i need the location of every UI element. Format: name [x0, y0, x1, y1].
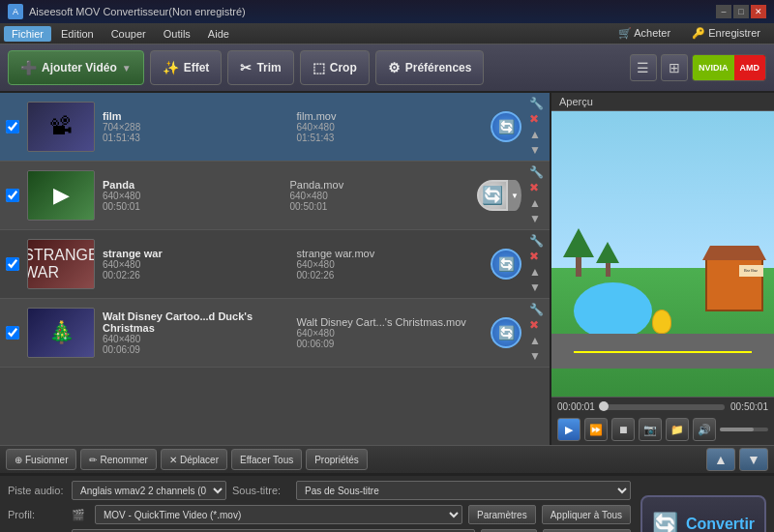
- file-thumbnail: STRANGE WAR: [27, 239, 95, 289]
- file-checkbox[interactable]: [6, 257, 19, 271]
- progress-handle[interactable]: [599, 401, 609, 411]
- convert-spin-button[interactable]: 🔄: [491, 249, 521, 280]
- arrow-down-icon[interactable]: ▼: [529, 143, 544, 157]
- merge-icon: ⊕: [15, 455, 22, 465]
- delete-icon[interactable]: ✖: [529, 318, 544, 332]
- convertir-button[interactable]: 🔄 Convertir: [640, 495, 766, 532]
- file-name: Walt Disney Cartoo...d Duck's Christmas: [103, 310, 289, 334]
- add-icon: ➕: [20, 60, 37, 75]
- file-name: film: [103, 110, 289, 122]
- delete-icon[interactable]: ✖: [529, 112, 544, 126]
- progress-bar[interactable]: [601, 404, 725, 410]
- rename-icon: ✏: [89, 455, 97, 465]
- piste-audio-select[interactable]: Anglais wmav2 2 channels (0:: [72, 481, 226, 500]
- delete-icon[interactable]: ✖: [529, 181, 544, 194]
- profil-label: Profil:: [8, 509, 66, 520]
- menu-couper[interactable]: Couper: [104, 26, 154, 42]
- add-video-button[interactable]: ➕ Ajouter Vidéo ▼: [8, 50, 144, 85]
- main-area: 📽 film 704×28801:51:43 film.mov 640×4800…: [0, 93, 774, 445]
- menu-bar: Fichier Edition Couper Outils Aide 🛒 🛒 A…: [0, 23, 774, 44]
- menu-edition[interactable]: Edition: [53, 26, 102, 42]
- move-down-button[interactable]: ▼: [739, 448, 768, 471]
- convert-dropdown-button[interactable]: ▼: [508, 180, 521, 211]
- arrow-down-icon[interactable]: ▼: [529, 212, 544, 225]
- toolbar: ➕ Ajouter Vidéo ▼ ✨ Effet ✂ Trim ⬚ Crop …: [0, 44, 774, 93]
- preferences-button[interactable]: ⚙ Préférences: [375, 50, 485, 85]
- file-thumbnail: 🎄: [27, 308, 95, 358]
- gpu-badge: NVIDIA AMD: [692, 54, 766, 81]
- parametres-button[interactable]: Paramètres: [468, 505, 536, 524]
- file-checkbox[interactable]: [6, 120, 19, 133]
- profil-select[interactable]: MOV - QuickTime Video (*.mov): [95, 505, 462, 524]
- output-name: film.mov: [297, 110, 484, 122]
- table-row[interactable]: STRANGE WAR strange war 640×48000:02:26 …: [0, 230, 550, 299]
- move-up-button[interactable]: ▲: [706, 448, 735, 471]
- fast-forward-button[interactable]: ⏩: [584, 418, 608, 441]
- arrow-up-icon[interactable]: ▲: [529, 128, 544, 141]
- menu-aide[interactable]: Aide: [200, 26, 237, 42]
- renommer-button[interactable]: ✏ Renommer: [80, 449, 156, 470]
- appliquer-a-tous-button[interactable]: Appliquer à Tous: [542, 505, 631, 524]
- stop-button[interactable]: ⏹: [611, 418, 635, 441]
- scissors-icon: ✂: [240, 60, 252, 75]
- file-thumbnail: ▶: [27, 170, 95, 221]
- move-icon: ✕: [169, 455, 177, 465]
- table-row[interactable]: ▶ Panda 640×48000:50:01 Panda.mov 640×48…: [0, 162, 550, 230]
- convert-spin-button[interactable]: 🔄: [491, 317, 521, 348]
- play-button[interactable]: ▶: [557, 418, 580, 441]
- arrow-down-icon[interactable]: ▼: [529, 349, 544, 363]
- convert-spin-button[interactable]: 🔄: [491, 111, 521, 142]
- piste-audio-label: Piste audio:: [8, 485, 66, 496]
- effacer-tous-button[interactable]: Effacer Tous: [231, 449, 302, 470]
- convert-choose-button[interactable]: 🔄: [477, 180, 508, 211]
- profile-icon: 🎬: [72, 509, 85, 521]
- minimize-button[interactable]: –: [716, 5, 731, 18]
- title-bar: A Aiseesoft MOV Convertisseur(Non enregi…: [0, 0, 774, 23]
- arrow-down-icon[interactable]: ▼: [529, 281, 544, 294]
- proprietes-button[interactable]: Propriétés: [306, 449, 368, 470]
- sous-titre-select[interactable]: Pas de Sous-titre: [296, 481, 631, 500]
- settings-icon[interactable]: 🔧: [529, 165, 544, 179]
- table-row[interactable]: 🎄 Walt Disney Cartoo...d Duck's Christma…: [0, 299, 550, 368]
- settings-icon[interactable]: 🔧: [529, 303, 544, 316]
- view-grid-button[interactable]: ⊞: [661, 54, 688, 81]
- arrow-up-icon[interactable]: ▲: [529, 265, 544, 279]
- menu-outils[interactable]: Outils: [156, 26, 198, 42]
- file-checkbox[interactable]: [6, 326, 19, 340]
- preview-controls: 00:00:01 00:50:01 ▶ ⏩ ⏹ 📷 📁 🔊: [551, 397, 774, 445]
- deplacer-button[interactable]: ✕ Déplacer: [161, 449, 227, 470]
- table-row[interactable]: 📽 film 704×28801:51:43 film.mov 640×4800…: [0, 93, 550, 162]
- settings-icon[interactable]: 🔧: [529, 97, 544, 110]
- acheter-button[interactable]: 🛒 🛒 AcheterAcheter: [609, 25, 680, 42]
- output-name: Panda.mov: [290, 179, 470, 191]
- destination-row: Destination: Parcourir Ouvrir le dossier: [8, 528, 631, 532]
- folder-button[interactable]: 📁: [666, 418, 689, 441]
- close-button[interactable]: ✕: [751, 5, 766, 18]
- settings-icon[interactable]: 🔧: [529, 234, 544, 248]
- delete-icon[interactable]: ✖: [529, 250, 544, 263]
- nvidia-label: NVIDIA: [693, 55, 734, 80]
- screenshot-button[interactable]: 📷: [639, 418, 662, 441]
- file-checkbox[interactable]: [6, 189, 19, 202]
- view-list-button[interactable]: ☰: [630, 54, 657, 81]
- arrow-up-icon[interactable]: ▲: [529, 334, 544, 347]
- trim-button[interactable]: ✂ Trim: [227, 50, 293, 85]
- sous-titre-label: Sous-titre:: [232, 485, 290, 496]
- enregistrer-button[interactable]: 🔑 Enregistrer: [682, 25, 770, 42]
- convertir-label: Convertir: [686, 516, 755, 532]
- file-name: Panda: [103, 179, 283, 191]
- volume-button[interactable]: 🔊: [693, 418, 716, 441]
- app-logo: A: [8, 4, 23, 19]
- file-thumbnail: 📽: [27, 102, 95, 152]
- convert-icon: 🔄: [652, 512, 678, 532]
- menu-fichier[interactable]: Fichier: [4, 26, 51, 42]
- maximize-button[interactable]: □: [733, 5, 749, 18]
- file-name: strange war: [103, 248, 289, 259]
- arrow-up-icon[interactable]: ▲: [529, 196, 544, 210]
- volume-slider[interactable]: [720, 428, 768, 431]
- fusionner-button[interactable]: ⊕ Fusionner: [6, 449, 76, 470]
- bottom-toolbar: ⊕ Fusionner ✏ Renommer ✕ Déplacer Efface…: [0, 445, 774, 474]
- audio-track-row: Piste audio: Anglais wmav2 2 channels (0…: [8, 480, 631, 501]
- effet-button[interactable]: ✨ Effet: [150, 50, 223, 85]
- crop-button[interactable]: ⬚ Crop: [300, 50, 370, 85]
